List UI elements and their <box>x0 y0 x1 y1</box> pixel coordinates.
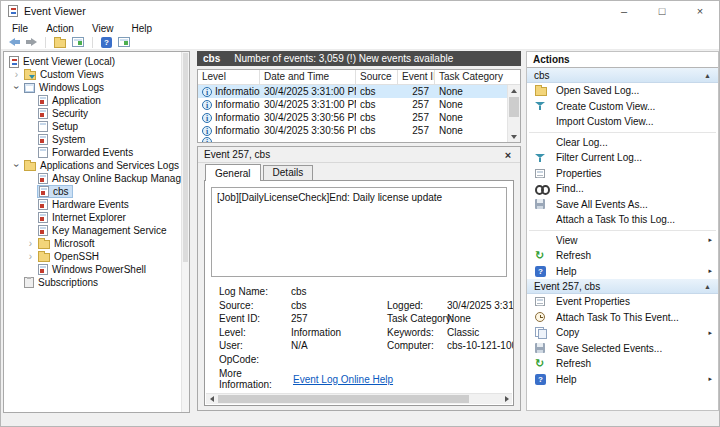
action-create-custom-view[interactable]: Create Custom View... <box>527 99 718 115</box>
action-refresh[interactable]: Refresh <box>527 248 718 264</box>
action-find[interactable]: Find... <box>527 181 718 197</box>
cell-task-category: None <box>435 125 507 136</box>
column-header-event-id[interactable]: Event ID <box>398 70 435 84</box>
collapse-icon[interactable]: ▲ <box>704 72 711 79</box>
action-attach-task-to-event[interactable]: Attach Task To This Event... <box>527 310 718 326</box>
chevron-collapsed-icon[interactable] <box>10 68 23 81</box>
chevron-expanded-icon[interactable] <box>10 81 23 94</box>
tree-item-windows-powershell[interactable]: Windows PowerShell <box>4 263 189 276</box>
action-attach-task-to-log[interactable]: Attach a Task To this Log... <box>527 212 718 228</box>
field-value: cbs-10-121-100-20 <box>447 340 514 351</box>
menu-file[interactable]: File <box>3 23 37 34</box>
field-label: OpCode: <box>219 354 291 365</box>
tree-item-custom-views[interactable]: Custom Views <box>4 68 189 81</box>
maximize-button[interactable]: □ <box>643 1 681 21</box>
section-header-label: Event 257, cbs <box>534 281 704 292</box>
tree-item-event-viewer-local[interactable]: Event Viewer (Local) <box>4 55 189 68</box>
scroll-right-icon[interactable] <box>501 394 512 404</box>
chevron-collapsed-icon[interactable] <box>24 250 37 263</box>
scroll-up-icon[interactable] <box>508 85 520 96</box>
tree-item-system[interactable]: System <box>4 133 189 146</box>
tree-item-label: Subscriptions <box>38 277 98 288</box>
tree-item-applications-services-logs[interactable]: Applications and Services Logs <box>4 159 189 172</box>
table-row[interactable]: Information 30/4/2025 3:30:56 PM cbs 257… <box>198 111 520 124</box>
menu-help[interactable]: Help <box>122 23 161 34</box>
actions-section-event[interactable]: Event 257, cbs ▲ <box>527 279 718 294</box>
action-save-selected-events[interactable]: Save Selected Events... <box>527 341 718 357</box>
actions-section-cbs[interactable]: cbs ▲ <box>527 68 718 83</box>
scrollbar-thumb[interactable] <box>509 97 519 117</box>
table-row-partial[interactable] <box>198 137 520 143</box>
close-button[interactable]: × <box>681 1 719 21</box>
forward-icon[interactable] <box>26 38 37 46</box>
open-saved-log-icon[interactable] <box>54 39 66 48</box>
action-view[interactable]: View▸ <box>527 233 718 249</box>
column-header-source[interactable]: Source <box>356 70 398 84</box>
section-header-label: cbs <box>534 70 704 81</box>
column-header-task-category[interactable]: Task Category <box>435 70 507 84</box>
scrollbar-thumb[interactable] <box>218 395 469 403</box>
action-properties[interactable]: Properties <box>527 166 718 182</box>
detail-horizontal-scrollbar[interactable] <box>206 393 512 404</box>
action-copy[interactable]: Copy▸ <box>527 325 718 341</box>
tree-item-setup[interactable]: Setup <box>4 120 189 133</box>
tree-item-application[interactable]: Application <box>4 94 189 107</box>
scroll-left-icon[interactable] <box>206 394 217 404</box>
action-clear-log[interactable]: Clear Log... <box>527 135 718 151</box>
tree-item-internet-explorer[interactable]: Internet Explorer <box>4 211 189 224</box>
tree-item-subscriptions[interactable]: Subscriptions <box>4 276 189 289</box>
tree-item-ahsay[interactable]: Ahsay Online Backup Manager <box>4 172 189 185</box>
scroll-down-icon[interactable] <box>508 131 520 142</box>
window-controls: – □ × <box>605 1 719 21</box>
back-icon[interactable] <box>9 38 20 46</box>
event-detail-pane: Event 257, cbs × General Details [Job][D… <box>197 146 521 411</box>
close-icon[interactable]: × <box>502 149 514 161</box>
cell-source: cbs <box>356 125 398 136</box>
tree-scrollbar-thumb[interactable] <box>183 53 188 262</box>
log-icon <box>38 264 48 275</box>
field-label: Event ID: <box>219 313 291 324</box>
event-log-online-help-link[interactable]: Event Log Online Help <box>293 374 393 385</box>
chevron-expanded-icon[interactable] <box>10 159 23 172</box>
menu-view[interactable]: View <box>83 23 123 34</box>
action-help-event[interactable]: Help▸ <box>527 372 718 388</box>
tree-item-microsoft[interactable]: Microsoft <box>4 237 189 250</box>
action-save-all-events-as[interactable]: Save All Events As... <box>527 197 718 213</box>
tree-item-forwarded-events[interactable]: Forwarded Events <box>4 146 189 159</box>
field-value: 257 <box>291 313 387 324</box>
chevron-collapsed-icon[interactable] <box>24 237 37 250</box>
column-header-level[interactable]: Level <box>198 70 260 84</box>
menu-action[interactable]: Action <box>37 23 83 34</box>
action-filter-current-log[interactable]: Filter Current Log... <box>527 150 718 166</box>
column-header-datetime[interactable]: Date and Time <box>260 70 356 84</box>
tree-item-openssh[interactable]: OpenSSH <box>4 250 189 263</box>
table-row[interactable]: Information 30/4/2025 3:31:00 PM cbs 257… <box>198 85 520 98</box>
tree-item-hardware-events[interactable]: Hardware Events <box>4 198 189 211</box>
tree-item-windows-logs[interactable]: Windows Logs <box>4 81 189 94</box>
table-vertical-scrollbar[interactable] <box>507 85 520 142</box>
tab-general[interactable]: General <box>205 164 261 181</box>
action-event-properties[interactable]: Event Properties <box>527 294 718 310</box>
action-help[interactable]: Help▸ <box>527 264 718 280</box>
field-value: N/A <box>291 340 387 351</box>
minimize-button[interactable]: – <box>605 1 643 21</box>
collapse-icon[interactable]: ▲ <box>704 283 711 290</box>
cell-level: Information <box>215 99 260 110</box>
tab-details[interactable]: Details <box>263 165 314 180</box>
table-row[interactable]: Information 30/4/2025 3:31:00 PM cbs 257… <box>198 98 520 111</box>
table-row[interactable]: Information 30/4/2025 3:30:56 PM cbs 257… <box>198 124 520 137</box>
event-message-box[interactable]: [Job][DailyLicenseCheck]End: Daily licen… <box>211 187 507 277</box>
help-icon[interactable] <box>101 37 112 48</box>
show-console-tree-icon[interactable] <box>72 37 84 47</box>
action-import-custom-view[interactable]: Import Custom View... <box>527 114 718 130</box>
detail-row: User: N/A Computer: cbs-10-121-100-20 <box>219 339 513 353</box>
action-refresh-event[interactable]: Refresh <box>527 356 718 372</box>
tree-item-security[interactable]: Security <box>4 107 189 120</box>
tree-scrollbar[interactable] <box>181 52 189 412</box>
tree-item-cbs[interactable]: cbs <box>4 185 189 198</box>
tree-item-key-management-service[interactable]: Key Management Service <box>4 224 189 237</box>
show-action-pane-icon[interactable] <box>118 37 130 47</box>
action-open-saved-log[interactable]: Open Saved Log... <box>527 83 718 99</box>
submenu-arrow-icon: ▸ <box>708 375 712 383</box>
cell-source: cbs <box>356 99 398 110</box>
